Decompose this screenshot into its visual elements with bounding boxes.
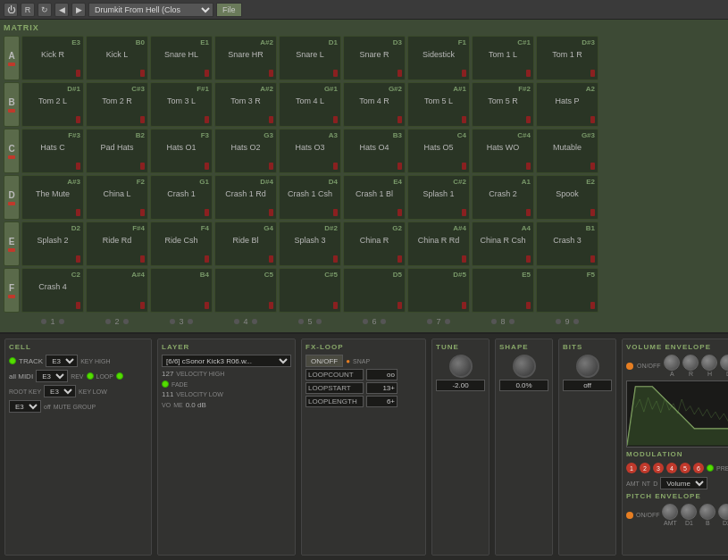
sample-select[interactable]: [6/6] cSonor Kick3 R06.w... (162, 355, 291, 367)
cell-E-3[interactable]: F4 Ride Csh (150, 221, 213, 266)
cell-name: Hats P (540, 96, 595, 105)
cell-indicator (462, 209, 466, 216)
root-label: ROOT KEY (9, 389, 41, 395)
cell-B-2[interactable]: C#3 Tom 2 R (86, 82, 148, 127)
next-icon[interactable]: ▶ (71, 3, 86, 17)
cell-D-1[interactable]: A#3 The Mute (21, 175, 84, 220)
cell-name: Snare R (347, 50, 402, 59)
cell-D-8[interactable]: A1 Crash 2 (472, 175, 534, 220)
cell-A-8[interactable]: C#1 Tom 1 L (472, 36, 534, 80)
cell-D-9[interactable]: E2 Spook (536, 175, 598, 220)
vel-low-val: 111 (162, 390, 173, 398)
cell-C-1[interactable]: F#3 Hats C (21, 129, 84, 173)
loop-icon[interactable]: ↻ (38, 3, 52, 17)
pitch-onoff-led[interactable] (626, 512, 633, 519)
cell-A-9[interactable]: D#3 Tom 1 R (536, 36, 598, 80)
cell-note: F#3 (25, 131, 80, 139)
cell-F-9[interactable]: F5 (536, 268, 598, 313)
shape-knob[interactable] (513, 355, 536, 378)
cell-E-7[interactable]: A#4 China R Rd (407, 221, 470, 266)
mod-3[interactable]: 3 (653, 463, 664, 473)
cell-E-1[interactable]: D2 Splash 2 (21, 221, 84, 266)
cell-C-2[interactable]: B2 Pad Hats (86, 129, 148, 173)
cell-F-7[interactable]: D#5 (407, 268, 470, 313)
cell-indicator (397, 209, 402, 216)
fade-led (162, 380, 169, 388)
cell-A-7[interactable]: F1 Sidestick (407, 36, 470, 80)
modulation-wrapper: MODULATION 1 2 3 4 5 6 PRESET Velocity A… (626, 450, 728, 489)
fxloop-onoff[interactable]: ON/OFF (305, 355, 343, 367)
cell-F-8[interactable]: E5 (472, 268, 534, 313)
env-onoff-led[interactable] (626, 363, 633, 370)
tune-knob[interactable] (449, 355, 473, 378)
cell-A-1[interactable]: E3 Kick R (21, 36, 84, 80)
cell-E-9[interactable]: B1 Crash 3 (536, 221, 598, 266)
cell-indicator (397, 163, 402, 170)
cell-name: Tom 2 R (89, 96, 145, 105)
mod-1[interactable]: 1 (626, 463, 637, 473)
cell-B-3[interactable]: F#1 Tom 3 L (150, 82, 213, 127)
cell-note: C5 (218, 271, 273, 279)
midi-select[interactable]: E3 (36, 370, 68, 382)
mod-6[interactable]: 6 (693, 463, 704, 473)
cell-E-5[interactable]: D#2 Splash 3 (279, 221, 341, 266)
cell-F-2[interactable]: A#4 (86, 268, 148, 313)
cell-A-4[interactable]: A#2 Snare HR (214, 36, 277, 80)
preset-select[interactable]: Drumkit From Hell (Clos (88, 3, 213, 17)
cell-F-3[interactable]: B4 (150, 268, 213, 313)
cell-F-1[interactable]: C2 Crash 4 (21, 268, 84, 313)
cell-C-6[interactable]: B3 Hats O4 (343, 129, 406, 173)
mod-amt-label: AMT (626, 481, 640, 487)
cell-A-3[interactable]: E1 Snare HL (150, 36, 213, 80)
cell-D-7[interactable]: C#2 Splash 1 (407, 175, 470, 220)
shape-val: 0.0% (499, 380, 548, 391)
cell-note: D3 (347, 38, 402, 46)
cell-E-2[interactable]: F#4 Ride Rd (86, 221, 148, 266)
cell-note: F#2 (475, 85, 531, 93)
note-select[interactable]: E3 (46, 355, 78, 367)
cell-D-3[interactable]: G1 Crash 1 (150, 175, 213, 220)
cell-indicator (462, 255, 466, 263)
cell-D-4[interactable]: D#4 Crash 1 Rd (214, 175, 277, 220)
file-button[interactable]: File (216, 3, 242, 17)
cell-E-8[interactable]: A4 China R Csh (472, 221, 534, 266)
prev-icon[interactable]: ◀ (54, 3, 69, 17)
cell-E-6[interactable]: G2 China R (343, 221, 406, 266)
cell-C-9[interactable]: G#3 Mutable (536, 129, 598, 173)
cell-B-9[interactable]: A2 Hats P (536, 82, 598, 127)
cell-F-6[interactable]: D5 (343, 268, 406, 313)
cell-A-6[interactable]: D3 Snare R (343, 36, 406, 80)
cell-D-2[interactable]: F2 China L (86, 175, 148, 220)
cell-C-5[interactable]: A3 Hats O3 (279, 129, 341, 173)
cell-B-4[interactable]: A#2 Tom 3 R (214, 82, 277, 127)
cell-C-8[interactable]: C#4 Hats WO (472, 129, 534, 173)
mod-5[interactable]: 5 (680, 463, 690, 473)
cell-B-8[interactable]: F#2 Tom 5 R (472, 82, 534, 127)
record-icon[interactable]: R (21, 3, 35, 17)
cell-note: G#2 (347, 85, 402, 93)
bits-knob[interactable] (576, 355, 599, 378)
cell-F-4[interactable]: C5 (214, 268, 277, 313)
cell-note: F#1 (154, 85, 209, 93)
cell-name: Hats O3 (282, 143, 338, 152)
cell-D-6[interactable]: E4 Crash 1 Bl (343, 175, 406, 220)
cell-D-5[interactable]: D4 Crash 1 Csh (279, 175, 341, 220)
cell-C-7[interactable]: C4 Hats O5 (407, 129, 470, 173)
cell-B-7[interactable]: A#1 Tom 5 L (407, 82, 470, 127)
cell-C-4[interactable]: G3 Hats O2 (214, 129, 277, 173)
mod-2[interactable]: 2 (640, 463, 650, 473)
cell-F-5[interactable]: C#5 (279, 268, 341, 313)
cell-C-3[interactable]: F3 Hats O1 (150, 129, 213, 173)
cell-B-5[interactable]: G#1 Tom 4 L (279, 82, 341, 127)
cell-E-4[interactable]: G4 Ride Bl (214, 221, 277, 266)
cell-A-2[interactable]: B0 Kick L (86, 36, 148, 80)
cell-B-1[interactable]: D#1 Tom 2 L (21, 82, 84, 127)
mod-dest[interactable]: Volume (660, 477, 707, 489)
cell-name: Pad Hats (89, 143, 145, 152)
cell-A-5[interactable]: D1 Snare L (279, 36, 341, 80)
root-select[interactable]: E3 (44, 385, 76, 397)
power-icon[interactable]: ⏻ (4, 3, 18, 17)
keylow-select[interactable]: E3 (9, 400, 41, 413)
cell-B-6[interactable]: G#2 Tom 4 R (343, 82, 406, 127)
mod-4[interactable]: 4 (666, 463, 677, 473)
